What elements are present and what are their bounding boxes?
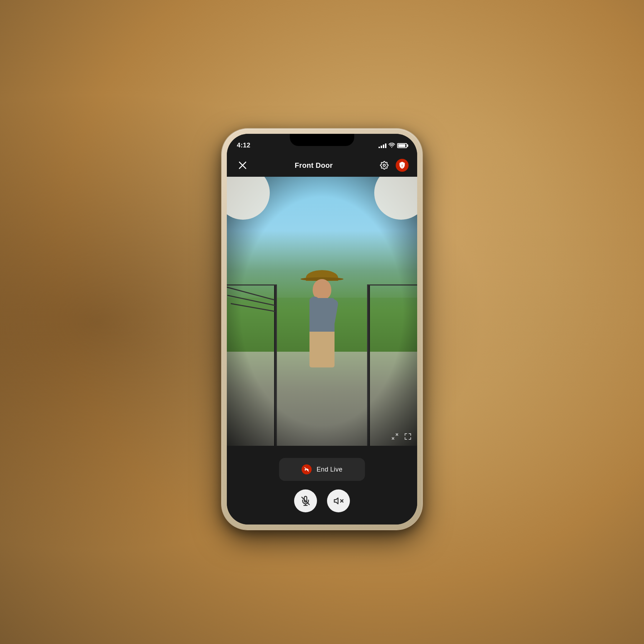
speaker-muted-icon	[333, 496, 343, 506]
svg-point-0	[391, 147, 392, 147]
phone-screen: 4:12	[227, 134, 417, 525]
expand-view-button[interactable]	[403, 431, 413, 441]
person-arm-left	[307, 295, 335, 322]
status-time: 4:12	[237, 142, 250, 149]
person-head	[313, 279, 331, 300]
phone-notch	[290, 134, 354, 146]
mute-mic-button[interactable]	[294, 489, 317, 512]
signal-icon	[379, 143, 386, 148]
trees-background	[227, 230, 417, 365]
mic-muted-icon	[301, 496, 311, 506]
person-arm-right	[325, 299, 339, 327]
fisheye-corner-tr	[374, 177, 417, 220]
wifi-icon	[389, 143, 395, 149]
person-legs	[309, 332, 335, 367]
railing-right	[367, 284, 417, 446]
svg-marker-6	[334, 498, 338, 504]
railing-left	[227, 284, 277, 446]
battery-icon	[397, 143, 407, 148]
icon-buttons-row	[294, 489, 350, 512]
nav-bar: Front Door !	[227, 154, 417, 177]
fisheye-corner-tl	[227, 177, 270, 220]
person-figure	[302, 270, 342, 370]
end-live-label: End Live	[317, 466, 342, 473]
bottom-controls: End Live	[227, 446, 417, 525]
end-call-icon	[302, 464, 312, 474]
end-live-button[interactable]: End Live	[279, 458, 365, 481]
patio-ground	[227, 352, 417, 446]
camera-view-controls	[390, 431, 413, 441]
person-body	[309, 298, 335, 334]
phone-device: 4:12	[222, 129, 422, 530]
nav-title: Front Door	[295, 161, 333, 170]
settings-button[interactable]	[378, 159, 391, 172]
mute-speaker-button[interactable]	[327, 489, 350, 512]
alert-button[interactable]: !	[396, 159, 409, 172]
svg-text:!: !	[401, 164, 402, 168]
phone-shell: 4:12	[222, 129, 422, 530]
close-button[interactable]	[235, 158, 250, 172]
shrink-view-button[interactable]	[390, 431, 400, 441]
camera-feed	[227, 177, 417, 446]
person-hat	[306, 270, 338, 281]
status-icons	[379, 143, 407, 149]
nav-actions: !	[378, 159, 409, 172]
